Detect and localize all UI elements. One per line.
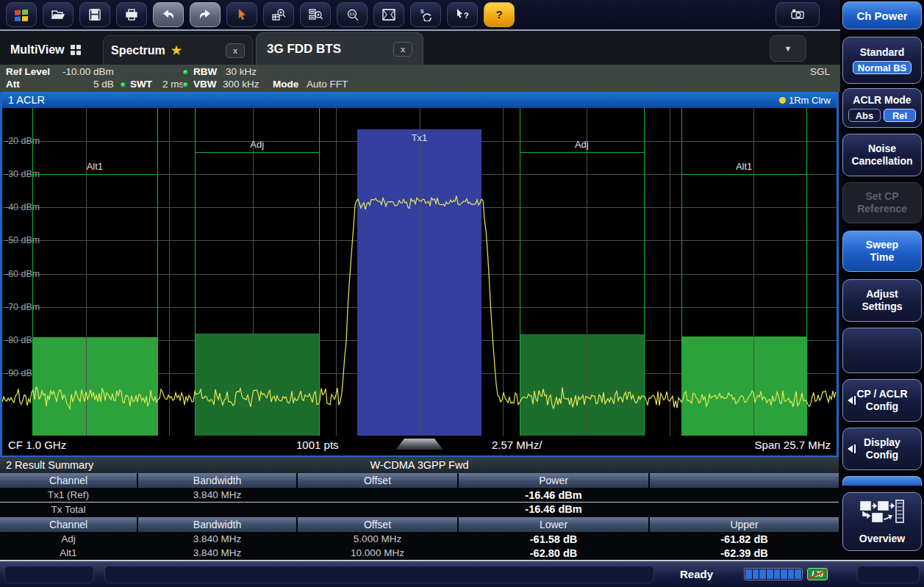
tab-multiview[interactable]: MultiView — [4, 35, 87, 65]
window-resize-handle[interactable] — [396, 439, 443, 450]
aclr-mode-abs-toggle[interactable]: Abs — [848, 109, 881, 122]
rbw-value[interactable]: 30 kHz — [226, 66, 257, 77]
printer-icon — [124, 8, 139, 21]
zoom-1to1-button[interactable]: 1:1 — [337, 2, 368, 27]
submenu-arrow-icon — [848, 396, 856, 405]
svg-text:S: S — [420, 9, 424, 14]
settings-bar: Ref Level -10.00 dBm RBW 30 kHz SGL Att … — [0, 65, 840, 92]
table-cell: Adj — [0, 533, 137, 544]
svg-text:?: ? — [464, 11, 469, 20]
tab-multiview-label: MultiView — [10, 43, 65, 57]
screenshot-button[interactable] — [776, 2, 820, 27]
table-header-cell: Offset — [298, 517, 457, 532]
display-config-label: Display Config — [864, 436, 900, 461]
plot-footer: CF 1.0 GHz 1001 pts 2.57 MHz/ Span 25.7 … — [2, 436, 837, 455]
tab-3g-fdd-bts-label: 3G FDD BTS — [267, 42, 341, 57]
save-button[interactable] — [79, 2, 110, 27]
undo-button[interactable] — [153, 2, 184, 27]
table-cell: 3.840 MHz — [138, 533, 296, 544]
trace-legend-label: 1Rm Clrw — [789, 95, 831, 106]
help-button[interactable]: ? — [484, 2, 515, 27]
lxi-status-icon: LXI — [807, 568, 828, 580]
tab-list-dropdown-button[interactable]: ▼ — [770, 35, 806, 62]
table-cell: Tx Total — [0, 504, 137, 515]
standard-softkey[interactable]: Standard Normal BS — [842, 37, 922, 84]
table-header-cell: Bandwidth — [138, 473, 296, 488]
camera-icon — [789, 7, 806, 23]
spectrum-analyzer-screen: 1:1 S ? ? MultiView Spectrum ★ x 3G FDD … — [0, 0, 924, 587]
tab-spectrum[interactable]: Spectrum ★ x — [103, 35, 253, 65]
sweep-progress-bar — [744, 568, 803, 580]
table-header-cell — [650, 473, 839, 488]
table-row: Tx Total -16.46 dBm — [0, 502, 839, 516]
swt-label: SWT — [130, 79, 152, 90]
result-summary-table: Channel Bandwidth Offset Power Tx1 (Ref)… — [0, 473, 839, 560]
spectrum-trace — [2, 108, 837, 436]
channel-tab-bar: MultiView Spectrum ★ x 3G FDD BTS x ▼ — [0, 31, 840, 65]
sync-single-sweep-button[interactable]: S — [410, 2, 441, 27]
aclr-window: 1 ACLR 1Rm Clrw -20 dBm-30 dBm-40 dBm-50… — [0, 92, 839, 457]
display-frame-button[interactable] — [373, 2, 404, 27]
redo-button[interactable] — [190, 2, 221, 27]
context-help-button[interactable]: ? — [447, 2, 478, 27]
table-cell: -62.39 dB — [650, 547, 839, 559]
overview-flowchart-icon — [859, 499, 905, 530]
result-summary-window: 2 Result Summary W-CDMA 3GPP Fwd Channel… — [0, 457, 839, 560]
aclr-window-title: 1 ACLR — [8, 94, 45, 106]
sweep-points-value[interactable]: 1001 pts — [296, 439, 339, 451]
vbw-value[interactable]: 300 kHz — [223, 79, 259, 90]
softkey-menu-header: Ch Power — [842, 1, 922, 29]
span-value[interactable]: Span 25.7 MHz — [755, 439, 831, 451]
swt-value[interactable]: 2 ms — [162, 79, 184, 90]
zoom-multiple-button[interactable] — [300, 2, 331, 27]
mhz-per-div-value[interactable]: 2.57 MHz/ — [492, 439, 542, 451]
center-frequency-value[interactable]: CF 1.0 GHz — [8, 439, 66, 451]
zoom-1to1-icon: 1:1 — [345, 8, 359, 21]
empty-softkey — [842, 328, 922, 373]
standard-value-pill: Normal BS — [853, 61, 912, 74]
rbw-label: RBW — [193, 66, 217, 77]
table-row: Tx1 (Ref) 3.840 MHz -16.46 dBm — [0, 488, 839, 502]
windows-logo-button[interactable] — [6, 2, 37, 27]
toolbar: 1:1 S ? ? — [0, 0, 840, 31]
svg-text:1:1: 1:1 — [349, 12, 354, 16]
open-file-button[interactable] — [43, 2, 74, 27]
display-config-softkey[interactable]: Display Config — [842, 428, 922, 470]
select-pointer-button[interactable] — [226, 2, 257, 27]
mode-label: Mode — [273, 79, 298, 90]
table-cell: 3.840 MHz — [138, 547, 296, 558]
standard-name: W-CDMA 3GPP Fwd — [370, 459, 468, 471]
overview-label: Overview — [859, 533, 905, 545]
table-header-cell: Bandwidth — [138, 517, 296, 532]
aclr-mode-softkey[interactable]: ACLR Mode Abs Rel — [842, 88, 922, 128]
ref-level-value[interactable]: -10.00 dBm — [62, 66, 114, 77]
tab-3g-fdd-bts-close-button[interactable]: x — [393, 42, 412, 57]
result-summary-title: 2 Result Summary — [6, 459, 93, 471]
vbw-led-icon — [182, 82, 189, 88]
status-panel-right — [857, 566, 920, 583]
print-button[interactable] — [116, 2, 147, 27]
softkey-sidebar: Ch Power Standard Normal BS ACLR Mode Ab… — [840, 0, 924, 560]
adjust-settings-softkey[interactable]: Adjust Settings — [842, 279, 922, 322]
undo-arrow-icon — [161, 8, 176, 21]
cp-aclr-config-softkey[interactable]: CP / ACLR Config — [842, 379, 922, 422]
sidebar-scroll-indicator[interactable] — [842, 476, 922, 486]
vbw-label: VBW — [193, 79, 217, 90]
sweep-time-softkey[interactable]: Sweep Time — [842, 231, 922, 272]
multiview-grid-icon — [71, 45, 81, 55]
mode-value[interactable]: Auto FFT — [307, 79, 348, 90]
att-value[interactable]: 5 dB — [93, 79, 114, 90]
table-header-cell: Channel — [0, 517, 137, 532]
table-header-cell: Power — [459, 473, 648, 488]
overview-softkey[interactable]: Overview — [842, 492, 922, 551]
ref-level-label: Ref Level — [6, 66, 50, 77]
table-header-cell: Upper — [650, 517, 839, 532]
cp-aclr-config-label: CP / ACLR Config — [856, 388, 907, 413]
tab-3g-fdd-bts[interactable]: 3G FDD BTS x — [256, 32, 423, 65]
zoom-area-button[interactable] — [263, 2, 294, 27]
tab-spectrum-close-button[interactable]: x — [226, 43, 245, 58]
pointer-cursor-icon — [235, 8, 248, 21]
aclr-mode-rel-toggle[interactable]: Rel — [884, 109, 916, 122]
swt-led-icon — [120, 82, 126, 88]
noise-cancellation-softkey[interactable]: Noise Cancellation — [842, 134, 922, 176]
